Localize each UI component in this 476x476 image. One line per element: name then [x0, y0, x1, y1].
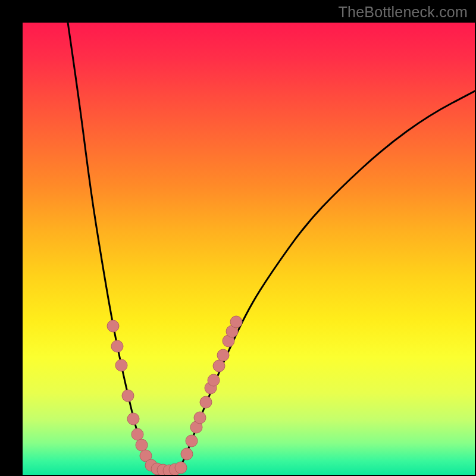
data-marker	[186, 435, 198, 447]
curve-layer	[23, 23, 475, 475]
data-marker	[181, 448, 193, 460]
curve-markers	[107, 316, 242, 475]
data-marker	[208, 374, 220, 386]
data-marker	[213, 360, 225, 372]
data-marker	[127, 413, 139, 425]
data-marker	[194, 412, 206, 424]
data-marker	[107, 320, 119, 332]
data-marker	[115, 359, 127, 371]
data-marker	[175, 462, 187, 474]
data-marker	[230, 316, 242, 328]
data-marker	[217, 349, 229, 361]
data-marker	[122, 390, 134, 402]
data-marker	[136, 439, 148, 451]
bottleneck-curve	[68, 23, 475, 470]
watermark-text: TheBottleneck.com	[339, 4, 468, 21]
data-marker	[200, 396, 212, 408]
curve-paths	[68, 23, 475, 470]
data-marker	[131, 428, 143, 440]
data-marker	[111, 340, 123, 352]
chart-frame: TheBottleneck.com	[0, 0, 476, 476]
